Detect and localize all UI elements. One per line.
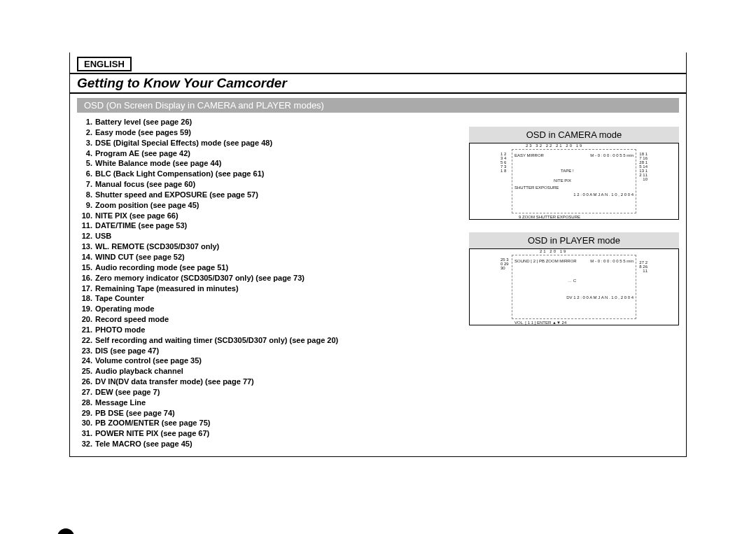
camera-inside-br: 1 2 : 0 0 A M J A N . 1 0 , 2 0 0 4 [573,192,634,197]
item-text: WL. REMOTE (SCD305/D307 only) [95,241,219,252]
osd-list-item: 11.DATE/TIME (see page 53) [77,220,462,231]
osd-list-item: 5.White Balance mode (see page 44) [77,158,462,169]
item-number: 15. [77,262,95,273]
item-text: DATE/TIME (see page 53) [95,220,187,231]
item-number: 31. [77,428,95,439]
item-text: POWER NITE PIX (see page 67) [95,428,209,439]
item-number: 26. [77,377,95,387]
player-left-labels: 25 30 29 30 [500,258,509,270]
item-number: 13. [77,241,95,252]
item-number: 7. [77,179,95,190]
camera-panel-title: OSD in CAMERA mode [469,127,679,143]
osd-list-item: 22.Self recording and waiting timer (SCD… [77,335,462,346]
item-text: DV IN(DV data transfer mode) (see page 7… [95,377,254,387]
item-number: 14. [77,252,95,262]
camera-inside-tl: EASY MIRROR [514,153,544,157]
osd-list-item: 25.Audio playback channel [77,366,462,377]
item-text: Self recording and waiting timer (SCD305… [95,335,338,346]
osd-list-item: 10.NITE PIX (see page 66) [77,211,462,221]
osd-list-item: 3.DSE (Digital Special Effects) mode (se… [77,138,462,148]
manual-page: ENGLISH Getting to Know Your Camcorder O… [69,52,687,457]
item-text: Audio recording mode (see page 51) [95,262,228,273]
item-number: 1. [77,117,95,127]
item-number: 6. [77,169,95,179]
item-text: Record speed mode [95,314,169,325]
camera-screen-outline [512,149,636,213]
section-title: Getting to Know Your Camcorder [70,73,686,94]
item-text: Tele MACRO (see page 45) [95,439,192,449]
osd-list-item: 16.Zero memory indicator (SCD305/D307 on… [77,273,462,283]
osd-feature-list: 1.Battery level (see page 26)2.Easy mode… [77,117,462,449]
item-number: 16. [77,273,95,283]
item-text: Program AE (see page 42) [95,148,190,159]
item-text: DIS (see page 47) [95,346,159,356]
item-number: 19. [77,304,95,314]
item-number: 21. [77,325,95,335]
osd-list-item: 12.USB [77,231,462,241]
item-text: Remaining Tape (measured in minutes) [95,283,239,294]
item-text: NITE PIX (see page 66) [95,211,178,221]
item-text: Volume control (see page 35) [95,356,202,366]
feature-list-column: 1.Battery level (see page 26)2.Easy mode… [77,113,469,449]
page-number-badge: 18 [57,528,74,534]
item-text: Audio playback channel [95,366,183,377]
item-number: 32. [77,439,95,449]
item-number: 10. [77,211,95,221]
osd-list-item: 27.DEW (see page 7) [77,387,462,398]
osd-list-item: 26.DV IN(DV data transfer mode) (see pag… [77,377,462,387]
osd-list-item: 8.Shutter speed and EXPOSURE (see page 5… [77,190,462,200]
camera-inside-mid: TAPE ! [561,169,574,173]
item-number: 3. [77,138,95,148]
item-number: 2. [77,127,95,138]
player-osd-diagram: 21 20 19 25 30 29 30 27 28 26 11 SOUND [… [469,248,679,325]
osd-list-item: 21.PHOTO mode [77,325,462,335]
item-number: 18. [77,293,95,304]
item-number: 5. [77,158,95,169]
player-inside-tr: M - 0 : 0 0 : 0 0 5 5 min [590,259,634,263]
osd-list-item: 32.Tele MACRO (see page 45) [77,439,462,449]
osd-list-item: 30.PB ZOOM/ENTER (see page 75) [77,418,462,428]
camera-inside-tr: M - 0 : 0 0 : 0 0 5 5 min [590,153,634,157]
player-inside-mid: … C [568,279,576,283]
osd-list-item: 31.POWER NITE PIX (see page 67) [77,428,462,439]
item-number: 27. [77,387,95,398]
item-text: Manual focus (see page 60) [95,179,195,190]
osd-list-item: 13.WL. REMOTE (SCD305/D307 only) [77,241,462,252]
osd-list-item: 4.Program AE (see page 42) [77,148,462,159]
item-text: Zero memory indicator (SCD305/D307 only)… [95,273,304,283]
item-text: PB DSE (see page 74) [95,408,175,419]
item-number: 23. [77,346,95,356]
item-number: 8. [77,190,95,200]
language-label: ENGLISH [77,57,132,71]
osd-list-item: 9.Zoom position (see page 45) [77,200,462,211]
item-text: WIND CUT (see page 52) [95,252,185,262]
player-right-labels: 27 28 26 11 [639,260,648,273]
item-number: 17. [77,283,95,294]
osd-list-item: 29.PB DSE (see page 74) [77,408,462,419]
item-text: PHOTO mode [95,325,145,335]
osd-list-item: 7.Manual focus (see page 60) [77,179,462,190]
osd-list-item: 1.Battery level (see page 26) [77,117,462,127]
osd-list-item: 6.BLC (Back Light Compensation) (see pag… [77,169,462,179]
item-text: USB [95,231,111,241]
osd-list-item: 2.Easy mode (see pages 59) [77,127,462,138]
camera-inside-bl: SHUTTER EXPOSURE [514,185,559,190]
osd-list-item: 19.Operating mode [77,304,462,314]
item-number: 25. [77,366,95,377]
player-inside-tl: SOUND [ 2 ] PB ZOOM MIRROR [514,259,577,263]
item-text: Tape Counter [95,293,144,304]
item-number: 30. [77,418,95,428]
player-screen-outline [512,255,636,319]
item-number: 24. [77,356,95,366]
item-number: 4. [77,148,95,159]
item-text: Operating mode [95,304,154,314]
item-text: Shutter speed and EXPOSURE (see page 57) [95,190,258,200]
osd-list-item: 18.Tape Counter [77,293,462,304]
item-text: White Balance mode (see page 44) [95,158,221,169]
item-text: DSE (Digital Special Effects) mode (see … [95,138,272,148]
item-number: 22. [77,335,95,346]
osd-list-item: 14.WIND CUT (see page 52) [77,252,462,262]
item-number: 20. [77,314,95,325]
item-number: 9. [77,200,95,211]
camera-osd-diagram: 23 32 22 21 20 19 1 2 3 4 5 6 7 31 8 18 … [469,143,679,220]
